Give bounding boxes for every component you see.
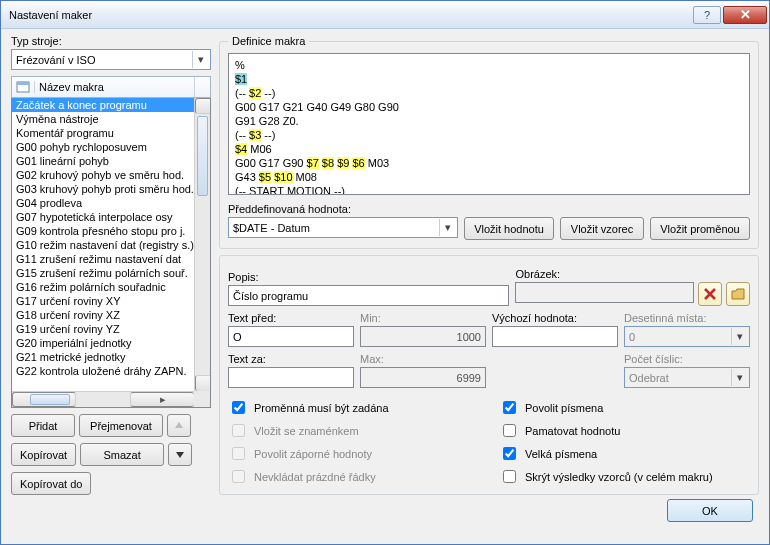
machine-type-combo[interactable]: Frézování v ISO ▾	[11, 49, 211, 70]
popis-input[interactable]: Číslo programu	[228, 285, 509, 306]
obrazek-label: Obrázek:	[515, 268, 750, 280]
text-za-input[interactable]	[228, 367, 354, 388]
list-item[interactable]: G04 prodleva	[12, 196, 194, 210]
move-down-button[interactable]	[168, 443, 192, 466]
list-item[interactable]: G22 kontrola uložené dráhy ZAPN.	[12, 364, 194, 378]
text-pred-label: Text před:	[228, 312, 354, 324]
list-item[interactable]: G11 zrušení režimu nastavení dat	[12, 252, 194, 266]
scroll-down-icon[interactable]: ▾	[195, 375, 211, 391]
dialog-window: Nastavení maker ? ✕ Typ stroje: Frézován…	[0, 0, 770, 545]
macro-header-icon	[12, 80, 34, 94]
ok-button[interactable]: OK	[667, 499, 753, 522]
chevron-down-icon: ▾	[192, 51, 209, 68]
list-item[interactable]: G18 určení roviny XZ	[12, 308, 194, 322]
list-item[interactable]: Výměna nástroje	[12, 112, 194, 126]
list-item[interactable]: G10 režim nastavení dat (registry s.)	[12, 238, 194, 252]
chk-must-enter[interactable]: Proměnná musí být zadána	[228, 398, 479, 417]
copy-to-button[interactable]: Kopírovat do	[11, 472, 91, 495]
list-item[interactable]: Komentář programu	[12, 126, 194, 140]
chevron-down-icon: ▾	[439, 219, 456, 236]
chevron-down-icon: ▾	[731, 328, 748, 345]
chk-negative: Povolit záporné hodnoty	[228, 444, 479, 463]
list-item[interactable]: G17 určení roviny XY	[12, 294, 194, 308]
chevron-down-icon: ▾	[731, 369, 748, 386]
chk-sign: Vložit se znaménkem	[228, 421, 479, 440]
predef-label: Předdefinovaná hodnota:	[228, 203, 750, 215]
insert-variable-button[interactable]: Vložit proměnou	[650, 217, 750, 240]
macro-list-header: Název makra	[11, 76, 211, 98]
list-item[interactable]: G00 pohyb rychloposuvem	[12, 140, 194, 154]
obrazek-input[interactable]	[515, 282, 694, 303]
popis-label: Popis:	[228, 271, 509, 283]
macro-name-column[interactable]: Název makra	[34, 81, 194, 93]
predef-value: $DATE - Datum	[233, 222, 310, 234]
machine-type-label: Typ stroje:	[11, 35, 211, 47]
hscroll-thumb[interactable]	[30, 394, 70, 405]
delete-button[interactable]: Smazat	[80, 443, 164, 466]
add-button[interactable]: Přidat	[11, 414, 75, 437]
rename-button[interactable]: Přejmenovat	[79, 414, 163, 437]
chk-remember[interactable]: Pamatovat hodnotu	[499, 421, 750, 440]
scroll-up-icon[interactable]: ▴	[195, 98, 211, 114]
chk-hide-results[interactable]: Skrýt výsledky vzorců (v celém makru)	[499, 467, 750, 486]
variable-props-group: Popis: Číslo programu Obrázek:	[219, 255, 759, 495]
macro-definition-legend: Definice makra	[228, 35, 309, 47]
list-item[interactable]: G21 metrické jednotky	[12, 350, 194, 364]
text-za-label: Text za:	[228, 353, 354, 365]
text-pred-input[interactable]: O	[228, 326, 354, 347]
chk-empty-lines: Nevkládat prázdné řádky	[228, 467, 479, 486]
insert-value-button[interactable]: Vložit hodnotu	[464, 217, 554, 240]
list-item[interactable]: G03 kruhový pohyb proti směru hod.	[12, 182, 194, 196]
max-label: Max:	[360, 353, 486, 365]
vertical-scrollbar[interactable]: ▴ ▾	[194, 98, 210, 391]
desetinna-label: Desetinná místa:	[624, 312, 750, 324]
pocet-combo: Odebrat▾	[624, 367, 750, 388]
machine-type-value: Frézování v ISO	[16, 54, 95, 66]
max-input: 6999	[360, 367, 486, 388]
pocet-label: Počet číslic:	[624, 353, 750, 365]
scroll-thumb[interactable]	[197, 116, 208, 196]
delete-image-button[interactable]	[698, 282, 722, 306]
horizontal-scrollbar[interactable]: ◂ ▸	[12, 391, 194, 407]
browse-image-button[interactable]	[726, 282, 750, 306]
chk-allow-letters[interactable]: Povolit písmena	[499, 398, 750, 417]
vychozi-label: Výchozí hodnota:	[492, 312, 618, 324]
macro-code-editor[interactable]: %$1(-- $2 --)G00 G17 G21 G40 G49 G80 G90…	[228, 53, 750, 195]
titlebar: Nastavení maker ? ✕	[1, 1, 769, 29]
list-item[interactable]: G15 zrušení režimu polárních souř.	[12, 266, 194, 280]
svg-rect-1	[17, 82, 29, 85]
list-item[interactable]: Začátek a konec programu	[12, 98, 194, 112]
list-item[interactable]: G01 lineární pohyb	[12, 154, 194, 168]
insert-pattern-button[interactable]: Vložit vzorec	[560, 217, 644, 240]
list-item[interactable]: G09 kontrola přesného stopu pro j.	[12, 224, 194, 238]
min-label: Min:	[360, 312, 486, 324]
copy-button[interactable]: Kopírovat	[11, 443, 76, 466]
close-button[interactable]: ✕	[723, 6, 767, 24]
list-item[interactable]: G07 hypotetická interpolace osy	[12, 210, 194, 224]
scroll-right-icon[interactable]: ▸	[130, 392, 194, 407]
chk-uppercase[interactable]: Velká písmena	[499, 444, 750, 463]
list-item[interactable]: G16 režim polárních souřadnic	[12, 280, 194, 294]
min-input: 1000	[360, 326, 486, 347]
move-up-button[interactable]	[167, 414, 191, 437]
list-item[interactable]: G20 imperiální jednotky	[12, 336, 194, 350]
desetinna-combo: 0▾	[624, 326, 750, 347]
window-title: Nastavení maker	[9, 9, 691, 21]
help-button[interactable]: ?	[693, 6, 721, 24]
list-item[interactable]: G02 kruhový pohyb ve směru hod.	[12, 168, 194, 182]
vychozi-input[interactable]	[492, 326, 618, 347]
list-item[interactable]: G19 určení roviny YZ	[12, 322, 194, 336]
predef-combo[interactable]: $DATE - Datum ▾	[228, 217, 458, 238]
macro-list[interactable]: Začátek a konec programuVýměna nástrojeK…	[11, 98, 211, 408]
macro-definition-group: Definice makra %$1(-- $2 --)G00 G17 G21 …	[219, 35, 759, 249]
